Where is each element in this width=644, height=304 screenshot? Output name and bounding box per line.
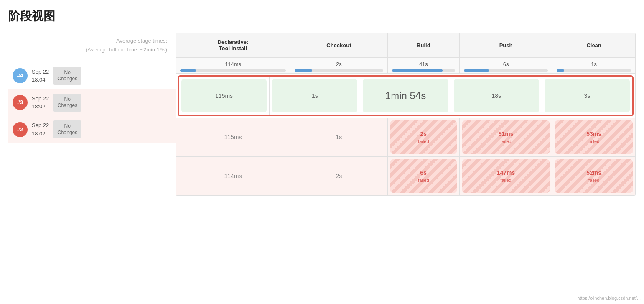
row3-failed-2: failed xyxy=(418,139,429,144)
row2-failed-3: failed xyxy=(500,178,511,183)
row2-cell-3: 147ms failed xyxy=(459,157,552,196)
avg-value-2: 41s xyxy=(392,61,455,67)
data-row-2[interactable]: 114ms 2s 6s failed xyxy=(176,157,635,196)
progress-fill-4 xyxy=(557,69,564,72)
row3-cell-4: 53ms failed xyxy=(552,118,635,157)
avg-value-4: 1s xyxy=(557,61,631,67)
page-title: 阶段视图 xyxy=(8,8,636,24)
row4-cell-1: 1s xyxy=(270,77,360,115)
no-changes-3: NoChanges xyxy=(53,94,81,112)
row3-cell-inner-2: 2s failed xyxy=(390,120,457,154)
row3-cell-3: 51ms failed xyxy=(459,118,552,157)
row3-cell-inner-3: 51ms failed xyxy=(462,120,550,154)
col-header-2: Build xyxy=(387,33,459,58)
row4-cell-inner-0: 115ms xyxy=(181,79,267,112)
row4-cell-4: 3s xyxy=(542,77,632,115)
row4-cell-inner-2: 1min 54s xyxy=(363,79,448,112)
run-time-2: 18:02 xyxy=(32,130,49,138)
progress-0 xyxy=(180,69,286,72)
row4-cell-inner-1: 1s xyxy=(272,79,357,112)
row2-cell-inner-1: 2s xyxy=(293,159,385,193)
progress-2 xyxy=(392,69,455,72)
row3-cell-inner-0: 115ms xyxy=(178,120,288,154)
watermark: https://xinchen.blog.csdn.net/... xyxy=(577,296,641,301)
no-changes-2: NoChanges xyxy=(53,120,81,138)
progress-3 xyxy=(464,69,548,72)
row2-failed-2: failed xyxy=(418,178,429,183)
row4-value-0: 115ms xyxy=(215,92,233,99)
no-changes-4: NoChanges xyxy=(53,67,81,85)
run-info-4: Sep 22 18:04 xyxy=(32,68,49,84)
row3-failed-4: failed xyxy=(588,139,599,144)
run-item-4[interactable]: #4 Sep 22 18:04 NoChanges xyxy=(8,63,176,89)
stage-table: Declarative:Tool Install Checkout Build … xyxy=(176,33,635,196)
progress-fill-1 xyxy=(295,69,312,72)
row3-cell-0: 115ms xyxy=(176,118,290,157)
row4-value-4: 3s xyxy=(584,92,591,99)
row3-value-3: 51ms xyxy=(499,130,514,137)
avg-cell-4: 1s xyxy=(552,58,635,74)
run-badge-3: #3 xyxy=(13,95,28,110)
row2-value-3: 147ms xyxy=(497,169,515,176)
row4-value-1: 1s xyxy=(312,92,318,99)
selected-row-container: 115ms 1s xyxy=(178,75,634,116)
row2-cell-0: 114ms xyxy=(176,157,290,196)
run-date-2: Sep 22 xyxy=(32,121,49,130)
avg-run-label: (Average full run time: ~2min 19s) xyxy=(17,46,167,54)
data-row-3[interactable]: 115ms 1s 2s failed xyxy=(176,118,635,157)
run-badge-4: #4 xyxy=(13,68,28,83)
run-time-4: 18:04 xyxy=(32,76,49,84)
row2-cell-1: 2s xyxy=(290,157,387,196)
avg-value-0: 114ms xyxy=(180,61,286,67)
row2-cell-inner-4: 52ms failed xyxy=(555,159,633,193)
row3-failed-3: failed xyxy=(500,139,511,144)
avg-cell-0: 114ms xyxy=(176,58,290,74)
row2-cell-inner-2: 6s failed xyxy=(390,159,457,193)
run-date-4: Sep 22 xyxy=(32,68,49,76)
col-header-3: Push xyxy=(459,33,552,58)
row2-cell-inner-3: 147ms failed xyxy=(462,159,550,193)
run-info-2: Sep 22 18:02 xyxy=(32,121,49,138)
stage-grid: Declarative:Tool Install Checkout Build … xyxy=(176,33,636,196)
row2-cell-4: 52ms failed xyxy=(552,157,635,196)
col-header-0: Declarative:Tool Install xyxy=(176,33,290,58)
progress-fill-2 xyxy=(392,69,443,72)
row4-value-3: 18s xyxy=(491,92,501,99)
row3-cell-2: 2s failed xyxy=(387,118,459,157)
data-row-4[interactable]: 115ms 1s xyxy=(176,74,635,118)
avg-value-1: 2s xyxy=(295,61,383,67)
row3-value-0: 115ms xyxy=(224,134,242,141)
row3-value-4: 53ms xyxy=(586,130,601,137)
row3-cell-1: 1s xyxy=(290,118,387,157)
progress-fill-3 xyxy=(464,69,489,72)
row2-value-1: 2s xyxy=(336,173,342,179)
header-row: Declarative:Tool Install Checkout Build … xyxy=(176,33,635,58)
row2-value-4: 52ms xyxy=(586,169,601,176)
row4-cell-3: 18s xyxy=(451,77,542,115)
run-time-3: 18:02 xyxy=(32,102,49,111)
row4-cell-inner-4: 3s xyxy=(545,79,630,112)
run-date-3: Sep 22 xyxy=(32,95,49,103)
row2-value-0: 114ms xyxy=(224,173,242,179)
row4-cell-2: 1min 54s xyxy=(360,77,451,115)
row2-failed-4: failed xyxy=(588,178,599,183)
avg-cell-2: 41s xyxy=(387,58,459,74)
progress-4 xyxy=(557,69,631,72)
row3-cell-inner-1: 1s xyxy=(293,120,385,154)
avg-value-3: 6s xyxy=(464,61,548,67)
row2-value-2: 6s xyxy=(420,169,427,176)
progress-fill-0 xyxy=(180,69,196,72)
row3-cell-inner-4: 53ms failed xyxy=(555,120,633,154)
run-item-3[interactable]: #3 Sep 22 18:02 NoChanges xyxy=(8,89,176,116)
main-layout: Average stage times: (Average full run t… xyxy=(8,33,636,196)
run-info-3: Sep 22 18:02 xyxy=(32,95,49,111)
run-item-2[interactable]: #2 Sep 22 18:02 NoChanges xyxy=(8,116,176,143)
row2-cell-2: 6s failed xyxy=(387,157,459,196)
sidebar: Average stage times: (Average full run t… xyxy=(8,33,176,196)
row4-cell-inner-3: 18s xyxy=(454,79,539,112)
avg-info: Average stage times: (Average full run t… xyxy=(8,33,176,63)
avg-cell-1: 2s xyxy=(290,58,387,74)
run-badge-2: #2 xyxy=(13,122,28,137)
avg-cell-3: 6s xyxy=(459,58,552,74)
avg-row: 114ms 2s 41s xyxy=(176,58,635,74)
